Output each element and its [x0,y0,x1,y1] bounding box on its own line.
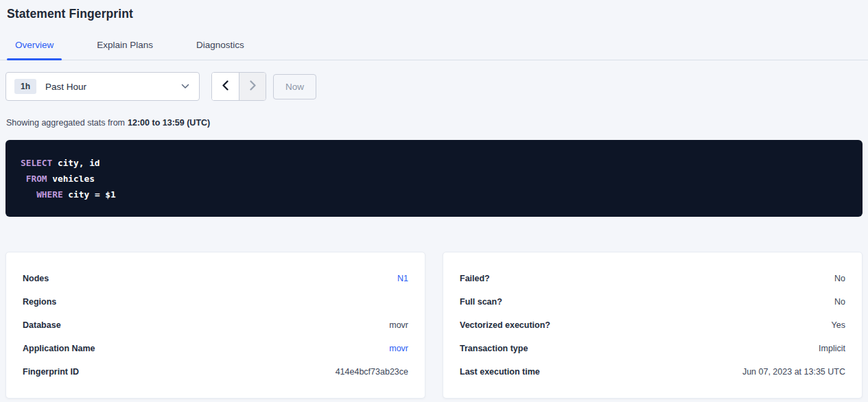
page-title: Statement Fingerprint [7,7,861,21]
row-label: Last execution time [460,367,540,377]
sql-keyword: SELECT [21,158,52,168]
aggregated-stats-line: Showing aggregated stats from12:00 to 13… [6,118,863,128]
sql-text: vehicles [47,174,95,184]
sql-line: FROM vehicles [21,171,847,187]
sql-indent [21,174,26,184]
previous-time-button[interactable] [212,73,239,100]
tab-overview[interactable]: Overview [7,40,62,60]
table-row: Last execution time Jun 07, 2023 at 13:3… [460,360,845,383]
tab-diagnostics[interactable]: Diagnostics [188,40,253,60]
interval-label: Past Hour [45,82,86,92]
row-label: Nodes [23,274,49,283]
last-execution-time-value: Jun 07, 2023 at 13:35 UTC [742,367,845,377]
table-row: Failed? No [460,267,845,290]
time-toolbar: 1h Past Hour Now [5,72,863,101]
fingerprint-id-value: 414e4bcf73ab23ce [336,367,408,377]
nodes-link[interactable]: N1 [397,274,408,283]
execution-attributes-card: Failed? No Full scan? No Vectorized exec… [443,252,863,399]
row-label: Vectorized execution? [460,320,550,330]
statement-details-card: Nodes N1 Regions Database movr Applicati… [5,252,425,399]
interval-badge: 1h [14,79,36,94]
stats-prefix: Showing aggregated stats from [6,118,125,128]
chevron-right-icon [249,80,257,93]
row-label: Transaction type [460,344,528,353]
application-name-link[interactable]: movr [389,344,408,353]
table-row: Transaction type Implicit [460,337,845,360]
sql-keyword: WHERE [36,189,63,200]
row-label: Application Name [23,344,95,353]
sql-line: WHERE city = $1 [21,187,847,202]
page-header: Statement Fingerprint [0,0,868,21]
row-value: No [834,274,845,283]
stats-time-range: 12:00 to 13:59 (UTC) [128,118,210,128]
table-row: Application Name movr [23,337,408,360]
time-arrow-group [211,72,266,101]
row-value: Yes [832,320,845,330]
row-label: Database [23,320,61,330]
now-button[interactable]: Now [273,74,316,99]
sql-line: SELECT city, id [21,155,847,171]
table-row: Vectorized execution? Yes [460,314,845,337]
sql-keyword: FROM [26,174,47,184]
sql-text: city = $1 [63,189,116,200]
tab-bar: Overview Explain Plans Diagnostics [0,40,868,60]
table-row: Nodes N1 [23,267,408,290]
chevron-left-icon [222,80,229,93]
table-row: Full scan? No [460,290,845,314]
tab-explain-plans[interactable]: Explain Plans [89,40,161,60]
row-value: movr [389,320,408,330]
sql-indent [21,189,36,200]
table-row: Fingerprint ID 414e4bcf73ab23ce [23,360,408,383]
summary-cards: Nodes N1 Regions Database movr Applicati… [5,252,863,399]
row-label: Full scan? [460,297,502,307]
row-label: Fingerprint ID [23,367,79,377]
sql-statement-box: SELECT city, id FROM vehicles WHERE city… [5,140,863,217]
row-label: Failed? [460,274,490,283]
next-time-button[interactable] [239,73,266,100]
time-interval-dropdown[interactable]: 1h Past Hour [5,72,200,101]
row-value: Implicit [819,344,845,353]
row-value: No [834,297,845,307]
chevron-down-icon [181,84,189,89]
table-row: Database movr [23,314,408,337]
row-label: Regions [23,297,56,307]
table-row: Regions [23,290,408,314]
sql-text: city, id [52,158,99,168]
